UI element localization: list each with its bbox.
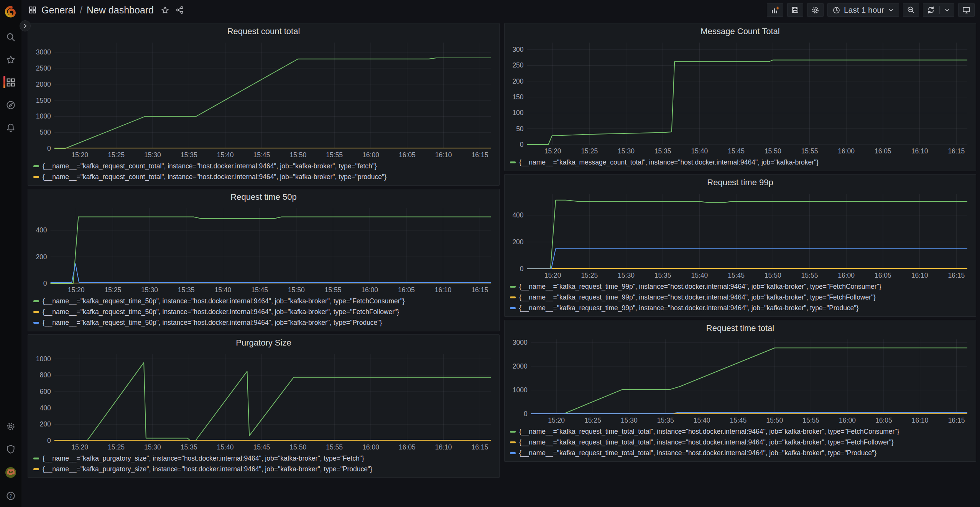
panel-title[interactable]: Request time 99p: [508, 176, 972, 189]
x-tick-label: 15:30: [144, 151, 161, 159]
panel-legend: {__name__="kafka_request_time_total_tota…: [508, 425, 972, 458]
panel-title[interactable]: Request time 50p: [32, 191, 495, 204]
y-tick-label: 250: [512, 61, 523, 69]
dashboard-column-left: Request count total15:2015:2515:3015:351…: [28, 23, 500, 478]
refresh-button-group[interactable]: [923, 3, 954, 17]
panel-legend: {__name__="kafka_request_count_total", i…: [32, 160, 495, 182]
time-series-chart[interactable]: 15:2015:2515:3015:3515:4015:4515:5015:55…: [32, 204, 495, 295]
sidebar-nav: ?: [0, 0, 21, 507]
legend-item[interactable]: {__name__="kafka_request_time_99p", inst…: [510, 292, 972, 303]
kiosk-mode-button[interactable]: [958, 3, 975, 17]
legend-item[interactable]: {__name__="kafka_purgatory_size", instan…: [33, 464, 495, 474]
panel-purgatory-size: Purgatory Size15:2015:2515:3015:3515:401…: [28, 334, 500, 478]
legend-series-label: {__name__="kafka_message_count_total", i…: [519, 158, 819, 166]
time-series-plot[interactable]: 15:2015:2515:3015:3515:4015:4515:5015:55…: [32, 38, 495, 160]
dashboard-settings-button[interactable]: [807, 3, 824, 17]
legend-series-swatch: [33, 322, 39, 324]
legend-item[interactable]: {__name__="kafka_request_count_total", i…: [33, 161, 495, 171]
sidebar-item-server-admin[interactable]: [0, 444, 21, 454]
panel-title[interactable]: Request count total: [32, 25, 495, 38]
time-series-chart[interactable]: 15:2015:2515:3015:3515:4015:4515:5015:55…: [508, 189, 972, 280]
add-panel-button[interactable]: [767, 3, 783, 17]
x-tick-label: 16:05: [399, 443, 416, 451]
x-tick-label: 15:20: [544, 272, 561, 279]
legend-item[interactable]: {__name__="kafka_request_time_total_tota…: [510, 448, 972, 458]
y-tick-label: 400: [40, 404, 51, 412]
time-series-chart[interactable]: 15:2015:2515:3015:3515:4015:4515:5015:55…: [508, 38, 972, 156]
series-line-0: [54, 58, 491, 148]
time-series-chart[interactable]: 15:2015:2515:3015:3515:4015:4515:5015:55…: [32, 38, 495, 160]
legend-item[interactable]: {__name__="kafka_request_time_total_tota…: [510, 426, 972, 437]
legend-item[interactable]: {__name__="kafka_request_count_total", i…: [33, 171, 495, 182]
grafana-logo[interactable]: [0, 5, 21, 18]
x-tick-label: 16:05: [398, 286, 415, 294]
sidebar-item-dashboards[interactable]: [0, 77, 21, 87]
panel-title[interactable]: Request time total: [508, 322, 972, 335]
time-series-plot[interactable]: 15:2015:2515:3015:3515:4015:4515:5015:55…: [508, 335, 972, 425]
share-dashboard-button[interactable]: [176, 6, 184, 14]
legend-series-label: {__name__="kafka_request_time_99p", inst…: [519, 304, 858, 312]
x-tick-label: 16:00: [362, 443, 379, 451]
sidebar-item-starred[interactable]: [0, 55, 21, 65]
sidebar-item-help[interactable]: ?: [0, 491, 21, 501]
star-dashboard-button[interactable]: [161, 6, 169, 15]
x-tick-label: 15:45: [730, 416, 747, 424]
x-tick-label: 16:10: [911, 272, 928, 279]
y-tick-label: 1000: [36, 355, 51, 363]
panel-legend: {__name__="kafka_purgatory_size", instan…: [32, 452, 495, 474]
legend-series-swatch: [33, 176, 39, 178]
legend-series-swatch: [33, 165, 39, 167]
time-series-plot[interactable]: 15:2015:2515:3015:3515:4015:4515:5015:55…: [32, 349, 495, 452]
legend-item[interactable]: {__name__="kafka_request_time_total_tota…: [510, 437, 972, 448]
save-dashboard-button[interactable]: [787, 3, 803, 17]
legend-item[interactable]: {__name__="kafka_request_time_50p", inst…: [33, 317, 495, 328]
x-tick-label: 15:35: [181, 443, 197, 451]
x-tick-label: 15:55: [325, 286, 342, 294]
time-range-picker[interactable]: Last 1 hour: [827, 3, 899, 17]
breadcrumb-dashboard-name[interactable]: New dashboard: [87, 5, 154, 16]
sidebar-collapse-button[interactable]: [20, 20, 31, 31]
time-series-plot[interactable]: 15:2015:2515:3015:3515:4015:4515:5015:55…: [508, 38, 972, 156]
x-tick-label: 15:45: [728, 272, 745, 279]
legend-series-label: {__name__="kafka_request_time_total_tota…: [519, 428, 899, 436]
y-tick-label: 200: [36, 253, 47, 261]
sidebar-item-search[interactable]: [0, 32, 21, 42]
zoom-out-button[interactable]: [903, 3, 919, 17]
time-series-chart[interactable]: 15:2015:2515:3015:3515:4015:4515:5015:55…: [508, 335, 972, 425]
star-icon: [6, 55, 16, 65]
legend-series-swatch: [510, 296, 516, 298]
y-tick-label: 400: [512, 211, 523, 219]
panel-title[interactable]: Message Count Total: [508, 25, 972, 38]
time-series-chart[interactable]: 15:2015:2515:3015:3515:4015:4515:5015:55…: [32, 349, 495, 452]
legend-item[interactable]: {__name__="kafka_purgatory_size", instan…: [33, 453, 495, 464]
gear-icon: [6, 421, 16, 431]
panel-title[interactable]: Purgatory Size: [32, 336, 495, 349]
x-tick-label: 15:25: [108, 151, 125, 159]
legend-item[interactable]: {__name__="kafka_request_time_99p", inst…: [510, 303, 972, 313]
x-tick-label: 15:35: [654, 272, 671, 279]
breadcrumb-separator: /: [80, 5, 82, 16]
series-line-0: [51, 217, 491, 284]
y-tick-label: 0: [520, 141, 524, 148]
x-tick-label: 16:10: [435, 151, 452, 159]
time-series-plot[interactable]: 15:2015:2515:3015:3515:4015:4515:5015:55…: [32, 204, 495, 295]
legend-series-swatch: [510, 161, 516, 163]
sidebar-item-profile[interactable]: [0, 467, 21, 478]
time-series-plot[interactable]: 15:2015:2515:3015:3515:4015:4515:5015:55…: [508, 189, 972, 280]
x-tick-label: 15:55: [802, 416, 819, 424]
legend-item[interactable]: {__name__="kafka_request_time_99p", inst…: [510, 281, 972, 292]
y-tick-label: 600: [40, 388, 51, 395]
legend-item[interactable]: {__name__="kafka_request_time_50p", inst…: [33, 296, 495, 306]
breadcrumb-folder[interactable]: General: [41, 5, 76, 16]
sidebar-item-settings[interactable]: [0, 421, 21, 431]
y-tick-label: 200: [512, 77, 523, 85]
panel-request-time-50p: Request time 50p15:2015:2515:3015:3515:4…: [28, 189, 500, 331]
dashboard-grid: Request count total15:2015:2515:3015:351…: [21, 20, 980, 507]
y-tick-label: 150: [512, 93, 523, 101]
x-tick-label: 15:35: [178, 286, 195, 294]
legend-item[interactable]: {__name__="kafka_message_count_total", i…: [510, 157, 972, 168]
legend-item[interactable]: {__name__="kafka_request_time_50p", inst…: [33, 306, 495, 317]
chevron-down-icon: [888, 7, 894, 13]
sidebar-item-explore[interactable]: [0, 100, 21, 110]
sidebar-item-alerting[interactable]: [0, 123, 21, 133]
